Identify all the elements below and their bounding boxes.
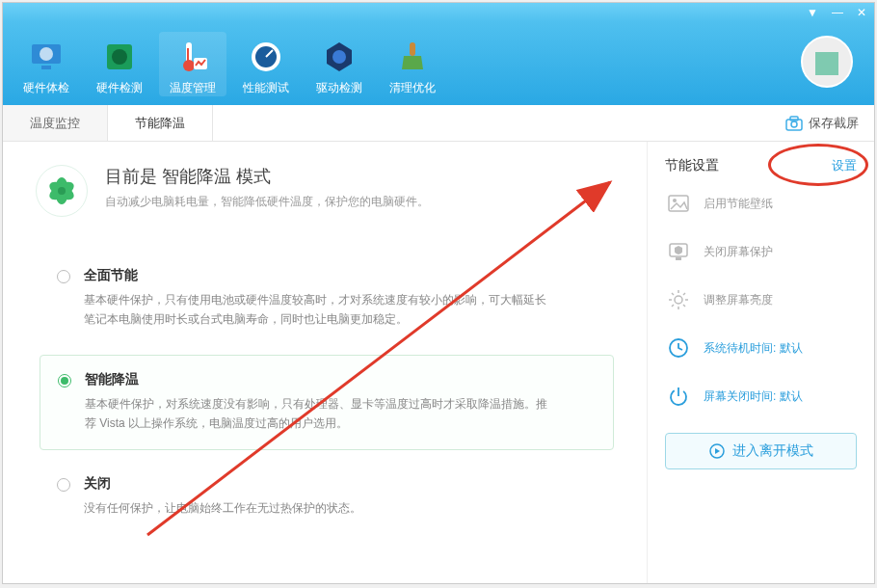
- tabs: 温度监控 节能降温: [3, 105, 213, 141]
- image-icon: [665, 192, 692, 215]
- mode-desc: 自动减少电脑耗电量，智能降低硬件温度，保护您的电脑硬件。: [105, 194, 429, 210]
- main-panel: 目前是 智能降温 模式 自动减少电脑耗电量，智能降低硬件温度，保护您的电脑硬件。…: [3, 142, 647, 583]
- main-nav: 硬件体检 硬件检测 温度管理 性能测试: [13, 32, 446, 96]
- option-desc: 基本硬件保护，对系统速度没有影响，只有处理器、显卡等温度过高时才采取降温措施。推…: [85, 394, 547, 434]
- sidebar-head: 节能设置 设置: [665, 157, 857, 174]
- radio-icon: [58, 374, 71, 388]
- avatar[interactable]: [801, 36, 853, 88]
- nav-cleanup[interactable]: 清理优化: [379, 32, 446, 96]
- chip-icon: [100, 38, 139, 76]
- enter-icon: [709, 443, 725, 459]
- radio-icon: [57, 270, 70, 283]
- option-title: 关闭: [84, 475, 361, 493]
- nav-label: 性能测试: [243, 80, 289, 96]
- pin-button[interactable]: ▼: [807, 6, 818, 19]
- save-screenshot-label: 保存截屏: [809, 115, 859, 132]
- nav-performance[interactable]: 性能测试: [232, 32, 300, 96]
- minimize-button[interactable]: —: [832, 6, 843, 19]
- svg-point-20: [58, 187, 66, 195]
- svg-point-12: [332, 50, 346, 64]
- option-title: 全面节能: [84, 267, 546, 284]
- svg-rect-1: [41, 66, 51, 69]
- side-brightness[interactable]: 调整屏幕亮度: [665, 288, 857, 311]
- svg-rect-7: [187, 48, 189, 64]
- side-label: 关闭屏幕保护: [704, 244, 773, 260]
- brightness-icon: [665, 288, 692, 311]
- radio-icon: [57, 478, 70, 492]
- nav-label: 硬件体检: [23, 80, 69, 96]
- side-wallpaper[interactable]: 启用节能壁纸: [665, 192, 857, 215]
- nav-label: 清理优化: [389, 80, 436, 96]
- svg-line-31: [672, 293, 674, 295]
- clock-icon: [665, 336, 692, 360]
- options-list: 全面节能 基本硬件保护，只有使用电池或硬件温度较高时，才对系统速度有较小的影响，…: [40, 252, 614, 533]
- power-icon: [665, 385, 692, 408]
- monitor-icon: [27, 38, 66, 76]
- svg-rect-16: [790, 117, 798, 120]
- header: 硬件体检 硬件检测 温度管理 性能测试: [3, 22, 874, 105]
- fan-icon: [36, 165, 88, 217]
- titlebar: ▼ — ✕: [3, 3, 874, 22]
- nav-driver[interactable]: 驱动检测: [306, 32, 373, 96]
- nav-label: 驱动检测: [316, 80, 362, 96]
- content-body: 目前是 智能降温 模式 自动减少电脑耗电量，智能降低硬件温度，保护您的电脑硬件。…: [3, 142, 874, 583]
- nav-temperature[interactable]: 温度管理: [159, 32, 226, 96]
- svg-point-23: [673, 199, 677, 202]
- save-screenshot-button[interactable]: 保存截屏: [770, 105, 874, 141]
- side-screen-off[interactable]: 屏幕关闭时间: 默认: [665, 385, 857, 408]
- svg-point-26: [675, 296, 682, 304]
- camera-icon: [785, 116, 803, 131]
- tab-energy-cooling[interactable]: 节能降温: [108, 105, 213, 141]
- svg-rect-13: [410, 42, 415, 56]
- thermometer-icon: [173, 38, 212, 76]
- mode-header: 目前是 智能降温 模式 自动减少电脑耗电量，智能降低硬件温度，保护您的电脑硬件。: [36, 165, 614, 217]
- app-window: ▼ — ✕ 硬件体检 硬件检测 温度管理: [2, 2, 875, 584]
- svg-line-32: [683, 305, 685, 307]
- side-screensaver[interactable]: 关闭屏幕保护: [665, 240, 857, 263]
- svg-point-15: [791, 121, 797, 127]
- side-label: 启用节能壁纸: [704, 196, 773, 212]
- nav-hardware-check[interactable]: 硬件体检: [13, 32, 80, 96]
- nav-label: 硬件检测: [96, 80, 143, 96]
- side-label: 系统待机时间: 默认: [704, 340, 803, 357]
- close-button[interactable]: ✕: [857, 6, 866, 19]
- settings-link[interactable]: 设置: [832, 157, 857, 174]
- brush-icon: [393, 38, 432, 76]
- svg-line-34: [672, 305, 674, 307]
- nav-hardware-detect[interactable]: 硬件检测: [86, 32, 153, 96]
- shield-monitor-icon: [665, 240, 692, 263]
- svg-point-4: [112, 49, 127, 65]
- gear-hex-icon: [320, 38, 359, 76]
- svg-line-33: [683, 293, 685, 295]
- sidebar-title: 节能设置: [665, 157, 719, 174]
- svg-point-2: [40, 47, 53, 61]
- option-title: 智能降温: [85, 371, 547, 388]
- side-label: 屏幕关闭时间: 默认: [704, 388, 803, 405]
- subheader: 温度监控 节能降温 保存截屏: [3, 105, 874, 142]
- mode-title: 目前是 智能降温 模式: [105, 165, 429, 188]
- tab-temp-monitor[interactable]: 温度监控: [3, 105, 108, 141]
- option-desc: 基本硬件保护，只有使用电池或硬件温度较高时，才对系统速度有较小的影响，可大幅延长…: [84, 290, 546, 330]
- gauge-icon: [247, 38, 285, 76]
- nav-label: 温度管理: [170, 80, 216, 96]
- option-off[interactable]: 关闭 没有任何保护，让电脑始终工作在无过热保护的状态。: [40, 460, 614, 533]
- sidebar: 节能设置 设置 启用节能壁纸 关闭屏幕保护 调整屏幕亮度 系统待机时间: 默认: [647, 142, 874, 583]
- away-mode-button[interactable]: 进入离开模式: [665, 433, 857, 469]
- away-btn-label: 进入离开模式: [732, 442, 813, 460]
- option-full-saving[interactable]: 全面节能 基本硬件保护，只有使用电池或硬件温度较高时，才对系统速度有较小的影响，…: [40, 252, 614, 345]
- side-standby[interactable]: 系统待机时间: 默认: [665, 336, 857, 360]
- svg-rect-25: [676, 257, 681, 260]
- side-label: 调整屏幕亮度: [704, 292, 773, 308]
- option-smart-cooling[interactable]: 智能降温 基本硬件保护，对系统速度没有影响，只有处理器、显卡等温度过高时才采取降…: [40, 355, 614, 450]
- option-desc: 没有任何保护，让电脑始终工作在无过热保护的状态。: [84, 498, 361, 518]
